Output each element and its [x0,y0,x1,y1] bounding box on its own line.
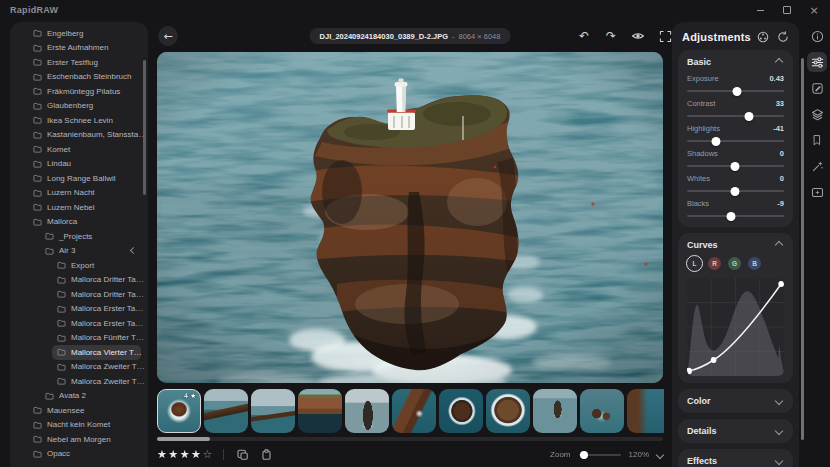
sidebar-folder-item[interactable]: Fräkmüntegg Pilatus [28,84,141,99]
filmstrip-thumbnail[interactable] [533,389,577,433]
slider-handle[interactable] [726,212,735,221]
filmstrip-thumbnail[interactable]: 4 ★ [157,389,201,433]
sidebar-folder-item[interactable]: Kastanienbaum, Stanssta… [28,128,141,143]
sidebar-folder-item[interactable]: Mallorca Zweiter T… [52,360,141,375]
color-wheel-icon[interactable] [757,31,769,43]
sidebar-folder-item[interactable]: Ikea Schnee Levin [28,113,141,128]
sidebar-folder-item[interactable]: Avata 2 [40,389,141,404]
layers-button[interactable] [807,104,827,124]
slider-track[interactable] [687,115,784,117]
presets-button[interactable] [807,130,827,150]
filmstrip-thumbnail[interactable] [298,389,342,433]
sidebar-folder-item[interactable]: Mallorca [28,215,141,230]
filmstrip-thumbnail[interactable] [251,389,295,433]
folder-icon [57,276,66,284]
filmstrip-thumbnail[interactable] [204,389,248,433]
redo-button[interactable]: ↷ [603,28,619,44]
sidebar-folder-item[interactable]: _Projects [40,229,141,244]
section-details-header[interactable]: Details [687,426,784,436]
sidebar-folder-item[interactable]: Mallorca Erster Ta… [52,302,141,317]
star-empty[interactable]: ☆ [202,448,213,461]
filmstrip-thumbnail[interactable] [486,389,530,433]
sidebar-folder-item[interactable]: Erster Testflug [28,55,141,70]
slider-handle[interactable] [712,137,721,146]
sidebar-folder-item[interactable]: Mallorca Zweiter T… [52,374,141,389]
reset-icon[interactable] [777,31,789,43]
slider-handle[interactable] [730,162,739,171]
filmstrip-thumbnail[interactable] [627,389,664,433]
curve-channel-button[interactable]: L [688,257,701,270]
slider-handle[interactable] [745,112,754,121]
sidebar-folder-item[interactable]: Luzern Nebel [28,200,141,215]
maximize-button[interactable] [781,4,793,16]
sidebar-scrollbar[interactable] [143,60,146,195]
sidebar-folder-item[interactable]: Export [52,258,141,273]
paste-settings-button[interactable] [259,447,275,463]
sidebar-folder-item[interactable]: Mauensee [28,403,141,418]
sidebar-folder-item[interactable]: Mallorca Vierter T… [52,345,141,360]
chevron-left-icon[interactable] [130,247,137,254]
slider-handle[interactable] [733,87,742,96]
info-button[interactable] [807,26,827,46]
close-button[interactable]: × [808,4,820,16]
undo-button[interactable]: ↶ [576,28,592,44]
sidebar-folder-item[interactable]: Opacc [28,447,141,462]
slider-label: Highlights [687,124,720,133]
curve-channel-button[interactable]: R [708,257,721,270]
back-button[interactable]: ← [158,26,178,46]
filmstrip-thumbnail[interactable] [392,389,436,433]
edit-button[interactable] [807,78,827,98]
filmstrip-thumbnail[interactable] [345,389,389,433]
masking-button[interactable] [807,156,827,176]
sidebar-folder-item[interactable]: Engelberg [28,26,141,41]
sidebar-folder-item[interactable]: Lindau [28,157,141,172]
minimize-button[interactable] [754,4,766,16]
section-curves-header[interactable]: Curves [687,240,784,250]
sidebar-folder-item[interactable]: Mallorca Fünfter T… [52,331,141,346]
filmstrip-thumbnail[interactable] [580,389,624,433]
zoom-slider[interactable] [579,454,621,456]
photo-canvas[interactable] [157,52,663,383]
sidebar-folder-item[interactable]: Air 3 [40,244,141,259]
slider-track[interactable] [687,190,784,192]
copy-settings-button[interactable] [235,447,251,463]
slider-handle[interactable] [730,187,739,196]
sidebar-folder-item[interactable]: Eschenbach Steinbruch [28,70,141,85]
filmstrip-scrollbar[interactable] [157,437,663,441]
slider-track[interactable] [687,140,784,142]
sidebar-folder-item[interactable]: Nacht kein Komet [28,418,141,433]
slider-track[interactable] [687,90,784,92]
slider-track[interactable] [687,165,784,167]
slider-track[interactable] [687,215,784,217]
sidebar-folder-item[interactable]: Luzern Nacht [28,186,141,201]
section-color-header[interactable]: Color [687,396,784,406]
curve-channel-button[interactable]: B [748,257,761,270]
sidebar-folder-item[interactable]: Glaubenberg [28,99,141,114]
folder-icon [33,116,42,124]
zoom-slider-handle[interactable] [580,451,588,459]
sidebar-folder-item[interactable]: Erste Aufnahmen [28,41,141,56]
sidebar-folder-item[interactable]: Nebel am Morgen [28,432,141,447]
sidebar-folder-item[interactable]: Long Range Ballwil [28,171,141,186]
section-basic-header[interactable]: Basic [687,57,784,67]
ai-edits-button[interactable] [807,182,827,202]
preview-toggle-button[interactable] [630,28,646,44]
filmstrip-scrollbar-thumb[interactable] [157,437,210,441]
stars-filled[interactable]: ★★★★ [157,448,202,461]
filmstrip-thumbnail[interactable] [439,389,483,433]
sidebar-folder-item[interactable]: Mallorca Dritter Ta… [52,287,141,302]
sidebar-folder-item[interactable]: Komet [28,142,141,157]
section-effects-header[interactable]: Effects [687,456,784,466]
star-rating[interactable]: ★★★★☆ [157,448,214,461]
fullscreen-button[interactable] [657,28,673,44]
adjustments-tab-button[interactable] [807,52,827,72]
chevron-down-icon[interactable] [656,450,664,458]
sidebar-folder-item[interactable]: Mallorca Erster Ta… [52,316,141,331]
sidebar-folder-item[interactable]: Mallorca Dritter Ta… [52,273,141,288]
tone-curve-editor[interactable] [687,278,784,376]
curve-channel-button[interactable]: G [728,257,741,270]
curve-point[interactable] [778,281,784,287]
curve-point[interactable] [711,357,717,363]
folder-icon [57,290,66,298]
adjustments-scrollbar[interactable] [801,58,804,440]
